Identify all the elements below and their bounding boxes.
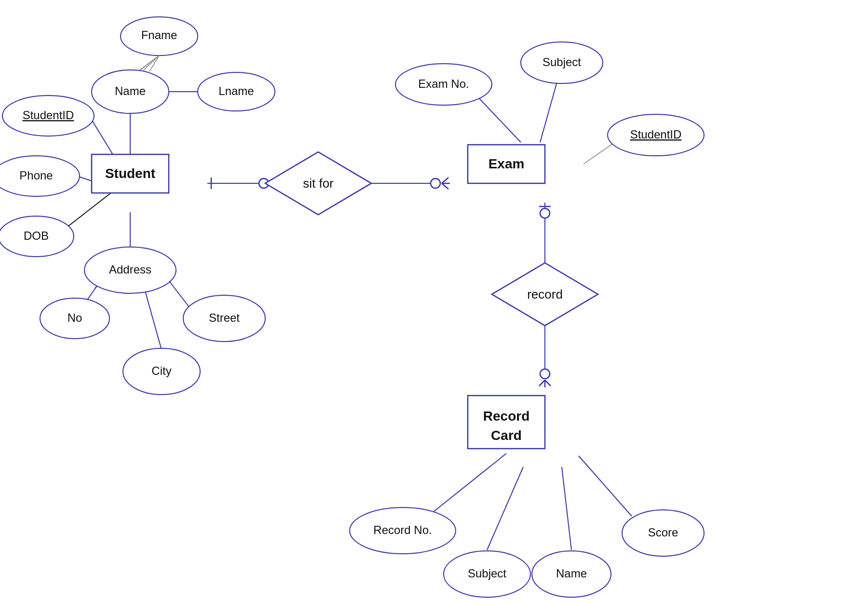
entity-record-card-label-2: Card [491,428,522,443]
attr-lname-label: Lname [218,84,254,97]
attr-record-no-label: Record No. [373,523,432,536]
crow-top [442,178,448,183]
conn-rc-name [562,467,571,550]
attr-exam-no-label: Exam No. [418,77,469,90]
crow2-right [545,380,551,386]
attr-subject-exam-label: Subject [542,55,581,69]
crow2-left [539,380,545,386]
rel-record-label: record [527,287,563,302]
circle-recordcard-top [540,369,550,379]
circle-exam-left [431,178,440,188]
conn-address-city [145,289,162,350]
entity-student-label: Student [105,166,155,181]
attr-no-label: No [68,311,82,324]
attr-student-id-label: StudentID [23,109,74,122]
circle-record-top [540,208,550,218]
attr-name-label: Name [115,84,146,97]
attr-score-label: Score [648,526,678,539]
attr-subject-rc-label: Subject [468,567,506,580]
attr-student-id2-label: StudentID [630,128,682,141]
conn-rc-recordno [434,453,506,511]
conn-studentid2-exam [583,142,615,164]
attr-name-rc-label: Name [556,567,587,580]
attr-phone-label: Phone [19,169,53,182]
entity-exam-label: Exam [488,156,525,171]
conn-studentid-student [89,116,116,159]
er-diagram: sit for record Student Exam Record Card … [0,0,868,603]
entity-record-card-label-1: Record [483,409,529,424]
attr-city-label: City [151,364,171,377]
conn-rc-subject [487,467,523,550]
conn-examno-exam [477,96,521,142]
attr-street-label: Street [209,311,240,324]
rel-sit-for-label: sit for [303,176,334,191]
conn-dob-student [68,193,111,227]
attr-fname-label: Fname [141,28,177,41]
conn-rc-score [579,456,632,516]
conn-subject-exam [540,82,557,142]
attr-address-label: Address [109,263,151,276]
crow-bot [442,183,448,189]
attr-dob-label: DOB [24,229,49,242]
